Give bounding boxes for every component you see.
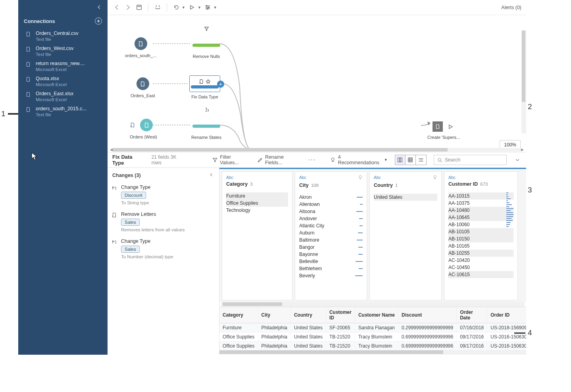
table-row[interactable]: FurniturePhiladelphiaUnited StatesSF-200… <box>219 323 526 332</box>
recommendations-button[interactable]: 4 Recommendations ▼ <box>330 154 387 165</box>
alerts-indicator[interactable]: Alerts (0) <box>501 5 521 10</box>
step-remove-nulls[interactable]: Remove Nulls <box>191 35 222 59</box>
svg-point-1 <box>206 6 207 6</box>
cards-h-scrollbar[interactable] <box>221 302 525 307</box>
value-row[interactable]: Technology <box>226 207 288 214</box>
grid-view-icon[interactable] <box>406 155 416 165</box>
column-header[interactable]: Customer Name <box>355 307 398 323</box>
settings-button[interactable] <box>204 3 212 12</box>
table-row[interactable]: Office SuppliesPhiladelphiaUnited States… <box>219 342 526 350</box>
column-header[interactable]: Category <box>219 307 258 323</box>
value-row[interactable]: AB-10150 <box>448 235 513 242</box>
value-row[interactable]: Allentown <box>299 201 363 208</box>
svg-point-7 <box>438 158 441 161</box>
value-row[interactable]: AC-10420 <box>448 257 513 264</box>
connection-item[interactable]: Orders_Central.csvText file <box>18 29 108 44</box>
save-button[interactable] <box>135 3 143 12</box>
value-row[interactable]: Akron <box>299 194 363 201</box>
column-header[interactable]: City <box>258 307 290 323</box>
value-row[interactable]: AB-10255 <box>448 250 513 257</box>
svg-rect-0 <box>137 5 141 10</box>
filter-values-button[interactable]: Filter Values... <box>212 154 250 165</box>
value-row[interactable]: AC-10450 <box>448 264 513 271</box>
expand-button[interactable] <box>514 158 521 162</box>
value-row[interactable]: Belleville <box>299 258 363 265</box>
data-grid[interactable]: CategoryCityCountryCustomer IDCustomer N… <box>219 307 526 355</box>
value-row[interactable]: Andover <box>299 215 363 222</box>
more-options-button[interactable]: ··· <box>308 156 316 163</box>
canvas-h-scrollbar[interactable]: ◀ ▶ <box>110 147 524 152</box>
input-node-orders-west[interactable]: Orders (West) <box>130 119 157 139</box>
run-output-button[interactable] <box>446 122 455 131</box>
forward-button[interactable] <box>123 3 132 12</box>
file-icon <box>25 61 32 72</box>
run-flow-button[interactable] <box>188 3 196 12</box>
connections-sidebar: Connections + Orders_Central.csvText fil… <box>18 0 108 355</box>
value-row[interactable]: United States <box>374 194 437 201</box>
add-step-button[interactable]: + <box>217 81 224 88</box>
refresh-button[interactable] <box>172 3 181 12</box>
step-meta: 21 fields 3K rows <box>152 154 186 165</box>
column-header[interactable]: Country <box>290 307 326 323</box>
value-row[interactable]: Bangor <box>299 244 363 251</box>
lightbulb-icon[interactable] <box>433 175 437 181</box>
value-row[interactable]: AA-10645 <box>448 214 513 221</box>
value-row[interactable]: AA-10480 <box>448 207 513 214</box>
flow-canvas[interactable]: orders_south_... Orders_East Orders (Wes… <box>108 15 526 152</box>
column-header[interactable]: Customer ID <box>326 307 355 323</box>
connection-item[interactable]: return reasons_new....Microsoft Excel <box>18 59 108 74</box>
rename-fields-button[interactable]: Rename Fields... <box>257 154 301 165</box>
sidebar-collapse-button[interactable] <box>96 4 102 11</box>
value-row[interactable]: Bayonne <box>299 251 363 258</box>
profile-card[interactable]: Abc Category3 FurnitureOffice SuppliesTe… <box>222 171 292 300</box>
table-row[interactable]: Office SuppliesPhiladelphiaUnited States… <box>219 332 526 342</box>
search-input[interactable]: Search <box>434 155 507 165</box>
value-row[interactable]: Auburn <box>299 229 363 236</box>
value-row[interactable]: AA-10315 <box>448 192 513 200</box>
change-item[interactable]: Change Type Sales To Number (decimal) ty… <box>111 236 216 263</box>
view-toggle[interactable] <box>395 155 427 165</box>
input-node-orders-east[interactable]: Orders_East <box>131 77 155 98</box>
value-row[interactable]: AC-10615 <box>448 271 513 278</box>
step-fix-data-type[interactable]: + Fix Data Type <box>189 75 220 99</box>
changes-collapse-button[interactable] <box>209 173 213 178</box>
input-node-orders-south[interactable]: orders_south_... <box>125 37 157 58</box>
profile-card[interactable]: Abc Customer ID673 AA-10315AA-10375AA-10… <box>444 171 518 300</box>
svg-rect-5 <box>400 158 402 162</box>
step-rename-states[interactable]: Rename States <box>191 116 222 140</box>
change-item[interactable]: Remove Letters Sales Removes letters fro… <box>111 209 216 236</box>
svg-rect-6 <box>408 158 413 162</box>
value-row[interactable]: AB-10105 <box>448 228 513 235</box>
value-row[interactable]: Office Supplies <box>226 200 288 207</box>
column-header[interactable]: Discount <box>398 307 457 323</box>
column-header[interactable]: Order Date <box>457 307 487 323</box>
back-button[interactable] <box>112 3 121 12</box>
value-row[interactable]: AB-10165 <box>448 242 513 250</box>
profile-card[interactable]: Abc Country1 United States <box>369 171 442 300</box>
value-row[interactable]: Furniture <box>226 192 288 200</box>
value-row[interactable]: AA-10375 <box>448 200 513 207</box>
column-header[interactable]: Order ID <box>487 307 526 323</box>
lightbulb-icon[interactable] <box>358 175 363 181</box>
connect-button[interactable] <box>153 3 162 12</box>
connection-item[interactable]: Orders_West.csvText file <box>18 44 108 59</box>
change-item[interactable]: Change Type Discount To String type <box>111 182 216 209</box>
canvas-v-scrollbar[interactable] <box>521 30 526 133</box>
value-row[interactable]: Baltimore <box>299 236 363 244</box>
grid-h-scrollbar[interactable] <box>219 350 526 355</box>
profile-view-icon[interactable] <box>395 155 406 165</box>
output-node[interactable]: Create 'Supers... <box>427 121 460 140</box>
value-row[interactable]: Atlantic City <box>299 222 363 229</box>
output-icon <box>433 121 443 132</box>
connection-item[interactable]: Orders_East.xlsxMicrosoft Excel <box>18 89 108 104</box>
value-row[interactable]: Altoona <box>299 208 363 215</box>
connection-item[interactable]: orders_south_2015.c...Text file <box>18 104 108 119</box>
list-view-icon[interactable] <box>416 155 426 165</box>
profile-card[interactable]: Abc City108 AkronAllentownAltoonaAndover… <box>295 171 367 300</box>
add-connection-button[interactable]: + <box>95 17 102 25</box>
app-toolbar: ▼ ▼ ▼ Alerts (0) <box>108 0 526 15</box>
value-row[interactable]: Bethlehem <box>299 265 363 272</box>
connection-item[interactable]: Quota.xlsxMicrosoft Excel <box>18 74 108 89</box>
value-row[interactable]: AB-10060 <box>448 221 513 228</box>
value-row[interactable]: Beverly <box>299 272 363 279</box>
